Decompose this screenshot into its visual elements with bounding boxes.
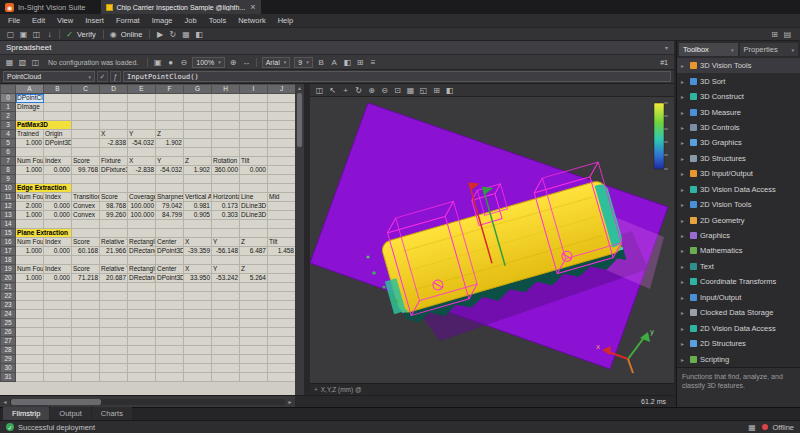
cell[interactable]: [100, 256, 128, 265]
cell[interactable]: [16, 283, 44, 292]
cell[interactable]: [128, 229, 156, 238]
toolbox-item-2d-vision-data-access[interactable]: ▸2D Vision Data Access: [677, 320, 800, 335]
tab-properties[interactable]: Properties ▾: [740, 43, 799, 56]
cell[interactable]: 100.000: [128, 211, 156, 220]
cell[interactable]: Score: [72, 157, 100, 166]
cell[interactable]: Index: [44, 193, 72, 202]
cell[interactable]: [156, 256, 184, 265]
cell[interactable]: 0.303: [212, 211, 240, 220]
cell[interactable]: [240, 346, 268, 355]
cell[interactable]: Fixture: [100, 157, 128, 166]
cell[interactable]: -56.148: [212, 247, 240, 256]
toolbox-item-clocked-data-storage[interactable]: ▸Clocked Data Storage: [677, 305, 800, 320]
cell[interactable]: [268, 319, 296, 328]
cell[interactable]: [184, 256, 212, 265]
cell[interactable]: [72, 256, 100, 265]
cell[interactable]: [100, 184, 128, 193]
row-header-11[interactable]: 11: [1, 193, 16, 202]
row-header-16[interactable]: 16: [1, 238, 16, 247]
layout-toggle-icon[interactable]: ◧: [192, 28, 205, 40]
cell[interactable]: [268, 175, 296, 184]
row-header-19[interactable]: 19: [1, 265, 16, 274]
cell[interactable]: [156, 94, 184, 103]
cell[interactable]: [268, 328, 296, 337]
cell[interactable]: Num Found: [16, 265, 44, 274]
overlay-view-icon[interactable]: ◫: [29, 56, 42, 68]
cell[interactable]: 0.905: [184, 211, 212, 220]
cell[interactable]: [240, 94, 268, 103]
font-size-select[interactable]: 9 ▾: [294, 57, 312, 68]
cell[interactable]: 79.042: [156, 202, 184, 211]
borders-icon[interactable]: ⊞: [354, 56, 367, 68]
row-header-20[interactable]: 20: [1, 274, 16, 283]
cell[interactable]: [100, 94, 128, 103]
cell[interactable]: [184, 148, 212, 157]
cell[interactable]: [100, 175, 128, 184]
cell[interactable]: 1.000: [16, 166, 44, 175]
trigger-icon[interactable]: ▶: [153, 28, 166, 40]
cell[interactable]: [268, 355, 296, 364]
cell[interactable]: Z: [240, 238, 268, 247]
cell[interactable]: [268, 310, 296, 319]
cell[interactable]: [72, 337, 100, 346]
cell[interactable]: [184, 175, 212, 184]
cell[interactable]: DLine3D: [240, 202, 268, 211]
cell[interactable]: [72, 229, 100, 238]
cell[interactable]: [184, 130, 212, 139]
expand-icon[interactable]: ▸: [681, 201, 687, 208]
toolbox-item-2d-geometry[interactable]: ▸2D Geometry: [677, 212, 800, 227]
cell[interactable]: 1.902: [184, 166, 212, 175]
cell[interactable]: [184, 328, 212, 337]
cell[interactable]: -54.032: [156, 166, 184, 175]
row-header-27[interactable]: 27: [1, 337, 16, 346]
cell[interactable]: [268, 211, 296, 220]
cell[interactable]: DLine3D: [240, 211, 268, 220]
toolbox-item-3d-sort[interactable]: ▸3D Sort: [677, 73, 800, 88]
cell[interactable]: [240, 229, 268, 238]
tab-filmstrip[interactable]: Filmstrip: [3, 407, 49, 420]
cell[interactable]: [268, 103, 296, 112]
cell[interactable]: [16, 346, 44, 355]
zoom-fit-icon[interactable]: ⊡: [391, 84, 404, 96]
accept-formula-button[interactable]: ✓: [97, 71, 108, 82]
menu-file[interactable]: File: [2, 14, 26, 27]
cell[interactable]: 360.000: [212, 166, 240, 175]
toolbox-item-mathematics[interactable]: ▸Mathematics: [677, 243, 800, 258]
cell[interactable]: Mid: [268, 193, 296, 202]
cell[interactable]: [240, 310, 268, 319]
cell[interactable]: [44, 364, 72, 373]
cell[interactable]: DRectangl: [128, 274, 156, 283]
cell[interactable]: [100, 283, 128, 292]
cell[interactable]: [72, 346, 100, 355]
cell[interactable]: [212, 229, 240, 238]
row-header-26[interactable]: 26: [1, 328, 16, 337]
cell[interactable]: [156, 175, 184, 184]
cell[interactable]: 71.218: [72, 274, 100, 283]
cell[interactable]: [16, 112, 44, 121]
cell[interactable]: Y: [212, 265, 240, 274]
row-header-17[interactable]: 17: [1, 247, 16, 256]
cell[interactable]: [156, 148, 184, 157]
cell[interactable]: [128, 310, 156, 319]
cell[interactable]: [72, 121, 100, 130]
cell[interactable]: [156, 373, 184, 382]
cell[interactable]: X: [184, 265, 212, 274]
cell[interactable]: [128, 175, 156, 184]
menu-network[interactable]: Network: [232, 14, 272, 27]
cell[interactable]: [240, 283, 268, 292]
row-header-31[interactable]: 31: [1, 373, 16, 382]
cell[interactable]: [44, 355, 72, 364]
cell[interactable]: [44, 373, 72, 382]
cell[interactable]: [240, 373, 268, 382]
cell[interactable]: [44, 256, 72, 265]
cell[interactable]: [16, 373, 44, 382]
cell-name-box[interactable]: PointCloud ▾: [3, 71, 95, 82]
save-job-icon[interactable]: ◫: [30, 28, 43, 40]
cell[interactable]: [16, 292, 44, 301]
tab-charts[interactable]: Charts: [92, 407, 132, 420]
show-grid-icon[interactable]: ⊞: [430, 84, 443, 96]
row-header-24[interactable]: 24: [1, 310, 16, 319]
cell[interactable]: [72, 310, 100, 319]
menu-view[interactable]: View: [51, 14, 79, 27]
cell[interactable]: [128, 283, 156, 292]
